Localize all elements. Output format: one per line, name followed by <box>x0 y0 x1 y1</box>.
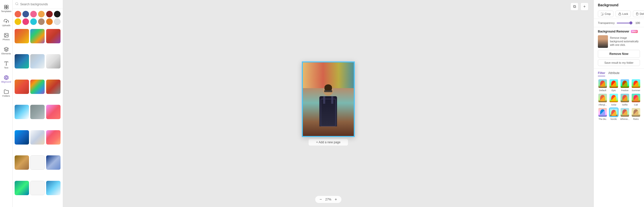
filter-label-default: Default <box>599 89 606 92</box>
bg-thumb[interactable] <box>30 130 45 145</box>
sidebar-item-photos[interactable]: Photos <box>0 30 12 43</box>
filter-label-summer: Summer <box>632 89 640 92</box>
background-grid <box>13 27 63 207</box>
filter-item-nordic[interactable]: Nordic <box>609 108 619 120</box>
remove-now-button[interactable]: Remove Now <box>598 50 640 58</box>
lock-label: Lock <box>622 12 628 15</box>
bg-thumb[interactable] <box>15 181 29 195</box>
add-page-bar[interactable]: + Add a new page <box>309 139 348 146</box>
filter-label-festive: Festive <box>621 89 628 92</box>
add-page-label: + Add a new page <box>316 141 340 144</box>
lock-button[interactable]: Lock <box>616 11 631 17</box>
bg-thumb[interactable] <box>15 29 29 43</box>
color-swatch[interactable] <box>22 11 29 17</box>
filter-item-epic[interactable]: Epic <box>609 79 619 92</box>
add-button[interactable]: + <box>580 3 589 11</box>
filter-tab[interactable]: Filter <box>598 71 605 76</box>
canvas-toolbar: ⧉ + <box>570 3 589 11</box>
search-icon <box>15 2 19 7</box>
right-panel: Background Crop Lock Delete Transparency… <box>594 0 644 207</box>
color-swatch[interactable] <box>15 18 21 25</box>
bg-thumb[interactable] <box>15 155 29 170</box>
bg-thumb[interactable] <box>46 181 61 195</box>
bg-thumb[interactable] <box>30 54 45 68</box>
sidebar-item-text[interactable]: Text <box>0 58 12 72</box>
color-swatch[interactable] <box>30 18 37 25</box>
sidebar-item-uploads[interactable]: Uploads <box>0 16 12 29</box>
color-swatch[interactable] <box>22 18 29 25</box>
filter-item-festive[interactable]: Festive <box>620 79 630 92</box>
filter-thumb-nordic <box>609 108 619 117</box>
filter-label-afterglow: Aftergl... <box>598 104 607 106</box>
filter-label-theblu: The blu. <box>599 118 607 120</box>
search-input[interactable] <box>20 3 60 6</box>
zoom-in-button[interactable]: + <box>333 197 338 202</box>
copy-button[interactable]: ⧉ <box>570 3 578 11</box>
bg-thumb[interactable] <box>46 105 61 119</box>
color-swatch[interactable] <box>46 11 53 17</box>
bg-remover-description: Remove image background automatically wi… <box>610 36 640 47</box>
color-swatch[interactable] <box>54 11 61 17</box>
color-swatch[interactable] <box>46 18 53 25</box>
filter-item-afterglow[interactable]: Aftergl... <box>598 93 607 106</box>
save-folder-button[interactable]: Save result to my folder <box>598 59 640 66</box>
color-swatch[interactable] <box>38 11 45 17</box>
bg-thumb[interactable] <box>15 105 29 119</box>
color-swatch[interactable] <box>15 11 21 17</box>
sidebar-item-elements[interactable]: Elements <box>0 44 12 57</box>
attribute-tab[interactable]: Attribute <box>608 71 620 76</box>
search-container <box>13 0 63 9</box>
crop-button[interactable]: Crop <box>598 11 613 17</box>
bg-thumb[interactable] <box>30 29 45 43</box>
filter-item-default[interactable]: Default <box>598 79 607 92</box>
color-swatch[interactable] <box>38 18 45 25</box>
filter-item-solar[interactable]: Solar <box>609 93 619 106</box>
tools-row: Crop Lock Delete <box>594 9 644 19</box>
sidebar-item-folders[interactable]: Folders <box>0 87 12 100</box>
sidebar-item-bkground[interactable]: Bkground <box>0 73 12 86</box>
bg-thumb[interactable] <box>30 105 45 119</box>
bg-thumb[interactable] <box>46 54 61 68</box>
canvas-area: ⧉ + <box>63 0 594 207</box>
filter-thumb-festive <box>620 79 630 88</box>
zoom-out-button[interactable]: − <box>318 197 323 202</box>
svg-rect-1 <box>6 5 8 7</box>
filter-thumb-solar <box>609 93 619 103</box>
bg-thumb[interactable] <box>15 130 29 145</box>
bg-thumb[interactable] <box>46 29 61 43</box>
bg-thumb[interactable] <box>46 155 61 170</box>
transparency-row: Transparency 100 <box>594 19 644 27</box>
filter-item-summer[interactable]: Summer <box>631 79 641 92</box>
filter-item-selfie[interactable]: Selfie <box>620 93 630 106</box>
transparency-slider[interactable] <box>617 23 632 23</box>
filter-thumb-theblu <box>598 108 607 117</box>
bg-thumb[interactable] <box>30 155 45 170</box>
background-panel <box>13 0 63 207</box>
zoom-bar: − 27% + <box>315 196 341 203</box>
bg-thumb[interactable] <box>15 54 29 68</box>
filter-thumb-afterglow <box>598 93 607 103</box>
bg-remover-section: Background Remover PRO Remove image back… <box>594 27 644 69</box>
bg-thumb[interactable] <box>46 130 61 145</box>
filter-grid: Default Epic Festive Summer Aftergl... S… <box>594 76 644 123</box>
bg-thumb[interactable] <box>15 80 29 94</box>
color-swatch[interactable] <box>30 11 37 17</box>
delete-button[interactable]: Delete <box>633 11 644 17</box>
filter-thumb-epic <box>609 79 619 88</box>
sidebar-item-templates[interactable]: Templates <box>0 2 12 15</box>
bg-thumb[interactable] <box>30 181 45 195</box>
filter-item-whimsi[interactable]: Whimsi... <box>620 108 630 120</box>
bg-thumb[interactable] <box>30 80 45 94</box>
filter-thumb-selfie <box>620 93 630 103</box>
color-swatch[interactable] <box>54 18 61 25</box>
svg-rect-2 <box>4 7 6 9</box>
filter-item-retro[interactable]: Retro <box>631 108 641 120</box>
filter-label-nordic: Nordic <box>610 118 617 120</box>
filter-item-cali[interactable]: Cali <box>631 93 641 106</box>
svg-point-9 <box>16 3 18 5</box>
filter-item-theblu[interactable]: The blu. <box>598 108 607 120</box>
canvas-page[interactable] <box>302 61 355 137</box>
bg-thumb[interactable] <box>46 80 61 94</box>
svg-point-6 <box>5 34 6 35</box>
transparency-thumb <box>629 21 632 24</box>
